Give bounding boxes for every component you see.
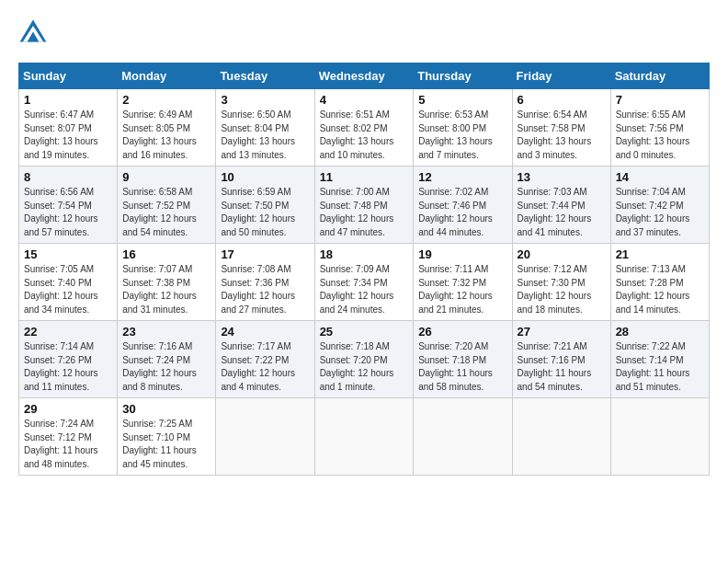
calendar-cell	[610, 398, 709, 476]
calendar-week-row: 1Sunrise: 6:47 AMSunset: 8:07 PMDaylight…	[19, 89, 710, 167]
calendar-header-saturday: Saturday	[610, 63, 709, 89]
calendar-header-tuesday: Tuesday	[216, 63, 314, 89]
page-header	[18, 18, 710, 48]
calendar-cell	[314, 398, 414, 476]
day-info: Sunrise: 7:02 AMSunset: 7:46 PMDaylight:…	[418, 186, 506, 239]
day-info: Sunrise: 7:22 AMSunset: 7:14 PMDaylight:…	[616, 340, 704, 394]
calendar-cell	[512, 398, 610, 476]
day-info: Sunrise: 6:55 AMSunset: 7:56 PMDaylight:…	[616, 109, 704, 162]
calendar-cell: 27Sunrise: 7:21 AMSunset: 7:16 PMDayligh…	[512, 321, 610, 398]
day-number: 6	[518, 93, 606, 107]
day-info: Sunrise: 6:47 AMSunset: 8:07 PMDaylight:…	[24, 109, 112, 162]
calendar-cell	[414, 398, 512, 476]
calendar-cell: 29Sunrise: 7:24 AMSunset: 7:12 PMDayligh…	[19, 398, 118, 476]
day-number: 9	[122, 170, 210, 184]
day-number: 29	[24, 402, 112, 416]
calendar-cell: 23Sunrise: 7:16 AMSunset: 7:24 PMDayligh…	[118, 321, 216, 398]
day-info: Sunrise: 6:49 AMSunset: 8:05 PMDaylight:…	[122, 109, 210, 162]
day-number: 20	[518, 247, 606, 261]
calendar-header-monday: Monday	[118, 63, 216, 89]
calendar-cell: 6Sunrise: 6:54 AMSunset: 7:58 PMDaylight…	[512, 89, 610, 167]
day-info: Sunrise: 6:58 AMSunset: 7:52 PMDaylight:…	[122, 186, 210, 239]
calendar-cell: 14Sunrise: 7:04 AMSunset: 7:42 PMDayligh…	[610, 167, 709, 244]
day-info: Sunrise: 7:13 AMSunset: 7:28 PMDaylight:…	[616, 263, 704, 316]
calendar-cell: 22Sunrise: 7:14 AMSunset: 7:26 PMDayligh…	[19, 321, 118, 398]
day-info: Sunrise: 7:16 AMSunset: 7:24 PMDaylight:…	[122, 340, 210, 394]
calendar-cell: 20Sunrise: 7:12 AMSunset: 7:30 PMDayligh…	[512, 244, 610, 321]
day-number: 23	[122, 325, 210, 339]
calendar-cell: 8Sunrise: 6:56 AMSunset: 7:54 PMDaylight…	[19, 167, 118, 244]
day-info: Sunrise: 7:08 AMSunset: 7:36 PMDaylight:…	[221, 263, 309, 316]
day-number: 26	[418, 325, 506, 339]
calendar-cell: 19Sunrise: 7:11 AMSunset: 7:32 PMDayligh…	[414, 244, 512, 321]
day-info: Sunrise: 7:14 AMSunset: 7:26 PMDaylight:…	[24, 340, 112, 394]
day-number: 21	[616, 247, 704, 261]
calendar-cell: 4Sunrise: 6:51 AMSunset: 8:02 PMDaylight…	[314, 89, 414, 167]
calendar-cell: 24Sunrise: 7:17 AMSunset: 7:22 PMDayligh…	[216, 321, 314, 398]
day-number: 7	[616, 93, 704, 107]
day-info: Sunrise: 7:07 AMSunset: 7:38 PMDaylight:…	[122, 263, 210, 316]
day-info: Sunrise: 7:04 AMSunset: 7:42 PMDaylight:…	[616, 186, 704, 239]
day-number: 18	[320, 247, 409, 261]
calendar-cell: 30Sunrise: 7:25 AMSunset: 7:10 PMDayligh…	[118, 398, 216, 476]
day-number: 27	[518, 325, 606, 339]
calendar-cell	[216, 398, 314, 476]
calendar-header-wednesday: Wednesday	[314, 63, 414, 89]
calendar-cell: 15Sunrise: 7:05 AMSunset: 7:40 PMDayligh…	[19, 244, 118, 321]
day-info: Sunrise: 7:05 AMSunset: 7:40 PMDaylight:…	[24, 263, 112, 316]
day-number: 2	[122, 93, 210, 107]
day-number: 22	[24, 325, 112, 339]
calendar-cell: 11Sunrise: 7:00 AMSunset: 7:48 PMDayligh…	[314, 167, 414, 244]
calendar-cell: 7Sunrise: 6:55 AMSunset: 7:56 PMDaylight…	[610, 89, 709, 167]
calendar-header-friday: Friday	[512, 63, 610, 89]
day-number: 12	[418, 170, 506, 184]
day-number: 5	[418, 93, 506, 107]
day-number: 10	[221, 170, 309, 184]
day-number: 11	[320, 170, 409, 184]
day-number: 15	[24, 247, 112, 261]
calendar-header-thursday: Thursday	[414, 63, 512, 89]
day-info: Sunrise: 6:51 AMSunset: 8:02 PMDaylight:…	[320, 109, 409, 162]
calendar-header-sunday: Sunday	[19, 63, 118, 89]
calendar-cell: 26Sunrise: 7:20 AMSunset: 7:18 PMDayligh…	[414, 321, 512, 398]
calendar-week-row: 8Sunrise: 6:56 AMSunset: 7:54 PMDaylight…	[19, 167, 710, 244]
day-info: Sunrise: 6:54 AMSunset: 7:58 PMDaylight:…	[518, 109, 606, 162]
calendar-cell: 28Sunrise: 7:22 AMSunset: 7:14 PMDayligh…	[610, 321, 709, 398]
calendar-week-row: 22Sunrise: 7:14 AMSunset: 7:26 PMDayligh…	[19, 321, 710, 398]
day-number: 28	[616, 325, 704, 339]
calendar-week-row: 29Sunrise: 7:24 AMSunset: 7:12 PMDayligh…	[19, 398, 710, 476]
day-info: Sunrise: 7:09 AMSunset: 7:34 PMDaylight:…	[320, 263, 409, 316]
day-number: 4	[320, 93, 409, 107]
day-info: Sunrise: 7:18 AMSunset: 7:20 PMDaylight:…	[320, 340, 409, 394]
day-info: Sunrise: 7:21 AMSunset: 7:16 PMDaylight:…	[518, 340, 606, 394]
calendar-cell: 16Sunrise: 7:07 AMSunset: 7:38 PMDayligh…	[118, 244, 216, 321]
day-number: 14	[616, 170, 704, 184]
day-number: 24	[221, 325, 309, 339]
day-number: 16	[122, 247, 210, 261]
day-info: Sunrise: 7:17 AMSunset: 7:22 PMDaylight:…	[221, 340, 309, 394]
day-info: Sunrise: 7:11 AMSunset: 7:32 PMDaylight:…	[418, 263, 506, 316]
day-info: Sunrise: 7:20 AMSunset: 7:18 PMDaylight:…	[418, 340, 506, 394]
day-number: 3	[221, 93, 309, 107]
calendar-cell: 17Sunrise: 7:08 AMSunset: 7:36 PMDayligh…	[216, 244, 314, 321]
day-number: 8	[24, 170, 112, 184]
day-info: Sunrise: 6:56 AMSunset: 7:54 PMDaylight:…	[24, 186, 112, 239]
day-info: Sunrise: 7:24 AMSunset: 7:12 PMDaylight:…	[24, 418, 112, 471]
calendar-cell: 2Sunrise: 6:49 AMSunset: 8:05 PMDaylight…	[118, 89, 216, 167]
day-number: 25	[320, 325, 409, 339]
day-number: 1	[24, 93, 112, 107]
calendar-cell: 3Sunrise: 6:50 AMSunset: 8:04 PMDaylight…	[216, 89, 314, 167]
day-info: Sunrise: 7:00 AMSunset: 7:48 PMDaylight:…	[320, 186, 409, 239]
calendar-cell: 5Sunrise: 6:53 AMSunset: 8:00 PMDaylight…	[414, 89, 512, 167]
day-info: Sunrise: 6:53 AMSunset: 8:00 PMDaylight:…	[418, 109, 506, 162]
day-info: Sunrise: 7:12 AMSunset: 7:30 PMDaylight:…	[518, 263, 606, 316]
calendar-header-row: SundayMondayTuesdayWednesdayThursdayFrid…	[19, 63, 710, 89]
calendar-cell: 18Sunrise: 7:09 AMSunset: 7:34 PMDayligh…	[314, 244, 414, 321]
calendar-cell: 1Sunrise: 6:47 AMSunset: 8:07 PMDaylight…	[19, 89, 118, 167]
calendar-cell: 9Sunrise: 6:58 AMSunset: 7:52 PMDaylight…	[118, 167, 216, 244]
calendar-cell: 25Sunrise: 7:18 AMSunset: 7:20 PMDayligh…	[314, 321, 414, 398]
day-info: Sunrise: 6:59 AMSunset: 7:50 PMDaylight:…	[221, 186, 309, 239]
day-number: 13	[518, 170, 606, 184]
day-number: 17	[221, 247, 309, 261]
logo	[18, 18, 51, 48]
